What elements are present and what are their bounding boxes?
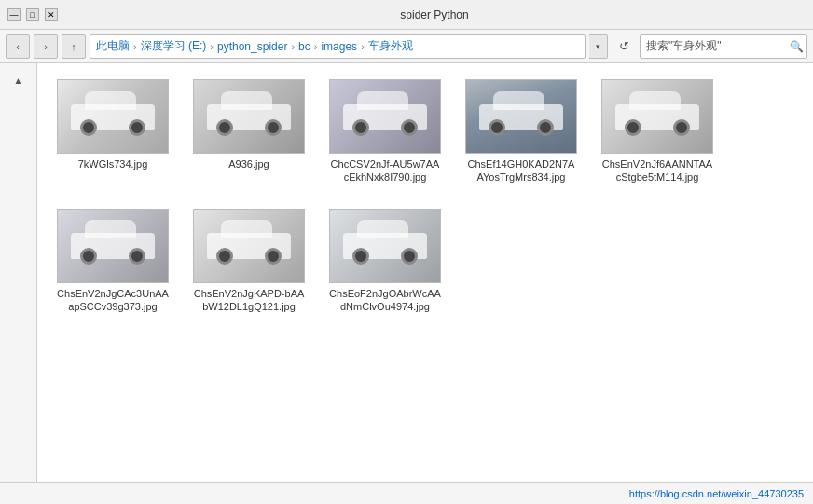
search-icon[interactable]: 🔍: [790, 40, 804, 53]
back-button[interactable]: ‹: [6, 34, 30, 59]
path-dropdown-button[interactable]: ▾: [589, 34, 608, 59]
file-label: ChsEf14GH0KAD2N7AAYosTrgMrs834.jpg: [465, 157, 577, 184]
minimize-button[interactable]: —: [7, 8, 21, 21]
file-label: ChcCSV2nJf-AU5w7AAcEkhNxk8I790.jpg: [329, 157, 441, 184]
file-thumbnail: [193, 79, 305, 154]
file-grid: 7kWGls734.jpg A936.jpg ChcCSV2nJf-AU5w7A…: [52, 75, 798, 318]
file-item[interactable]: ChsEnV2nJgCAc3UnAAapSCCv39g373.jpg: [52, 204, 173, 319]
file-thumbnail: [601, 79, 713, 154]
file-thumbnail: [329, 79, 441, 154]
file-thumbnail: [57, 209, 169, 283]
file-thumbnail: [329, 209, 441, 283]
search-box: 🔍: [640, 34, 807, 59]
file-item[interactable]: A936.jpg: [188, 75, 310, 189]
file-label: ChsEoF2nJgOAbrWcAAdNmClvOu4974.jpg: [329, 287, 441, 314]
path-part-spider[interactable]: python_spider: [217, 40, 287, 53]
status-url: https://blog.csdn.net/weixin_44730235: [629, 488, 804, 499]
file-item[interactable]: ChsEf14GH0KAD2N7AAYosTrgMrs834.jpg: [461, 75, 582, 189]
path-part-images[interactable]: images: [321, 40, 357, 53]
path-part-folder[interactable]: 车身外观: [368, 38, 413, 54]
file-item[interactable]: ChcCSV2nJf-AU5w7AAcEkhNxk8I790.jpg: [324, 75, 446, 189]
main-area: ▲ 7kWGls734.jpg A936.jpg ChcCSV2nJf-AU5w…: [0, 63, 813, 482]
file-item[interactable]: 7kWGls734.jpg: [52, 75, 173, 189]
file-item[interactable]: ChsEnV2nJgKAPD-bAAbW12DL1gQ121.jpg: [188, 204, 310, 319]
forward-button[interactable]: ›: [34, 34, 58, 59]
search-input[interactable]: [646, 40, 786, 53]
status-bar: https://blog.csdn.net/weixin_44730235: [0, 482, 813, 504]
refresh-button[interactable]: ↺: [612, 34, 636, 59]
window-title: spider Python: [400, 8, 468, 21]
sidebar-collapse[interactable]: ▲: [3, 71, 34, 89]
title-bar: — □ ✕ spider Python: [0, 0, 813, 30]
path-sep-5: ›: [361, 41, 365, 52]
close-button[interactable]: ✕: [45, 8, 58, 21]
file-label: ChsEnV2nJgCAc3UnAAapSCCv39g373.jpg: [57, 287, 169, 314]
file-label: 7kWGls734.jpg: [78, 157, 148, 170]
file-thumbnail: [57, 79, 169, 154]
file-item[interactable]: ChsEoF2nJgOAbrWcAAdNmClvOu4974.jpg: [324, 204, 446, 319]
address-bar: ‹ › ↑ 此电脑 › 深度学习 (E:) › python_spider › …: [0, 30, 813, 63]
file-label: ChsEnV2nJf6AANNTAAcStgbe5tM114.jpg: [601, 157, 713, 184]
path-sep-4: ›: [314, 41, 318, 52]
address-path: 此电脑 › 深度学习 (E:) › python_spider › bc › i…: [90, 34, 586, 59]
file-thumbnail: [193, 209, 305, 283]
path-sep-2: ›: [210, 41, 214, 52]
up-button[interactable]: ↑: [62, 34, 86, 59]
path-sep-1: ›: [133, 41, 137, 52]
file-item[interactable]: ChsEnV2nJf6AANNTAAcStgbe5tM114.jpg: [597, 75, 718, 189]
path-part-bc[interactable]: bc: [298, 40, 310, 53]
path-part-computer[interactable]: 此电脑: [96, 38, 130, 54]
path-sep-3: ›: [291, 41, 295, 52]
maximize-button[interactable]: □: [26, 8, 39, 21]
file-thumbnail: [465, 79, 577, 154]
path-part-drive[interactable]: 深度学习 (E:): [141, 38, 207, 54]
file-content: 7kWGls734.jpg A936.jpg ChcCSV2nJf-AU5w7A…: [37, 63, 813, 482]
sidebar: ▲: [0, 63, 37, 482]
file-label: ChsEnV2nJgKAPD-bAAbW12DL1gQ121.jpg: [193, 287, 305, 314]
file-label: A936.jpg: [228, 157, 269, 170]
